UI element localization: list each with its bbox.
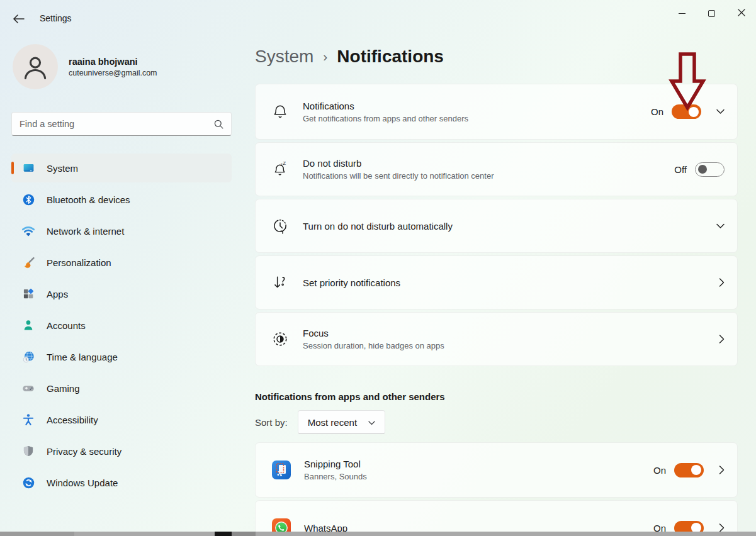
maximize-button[interactable] [697, 0, 726, 26]
search-box[interactable] [11, 112, 232, 136]
clock-auto-icon [271, 218, 289, 234]
search-icon[interactable] [214, 120, 223, 129]
breadcrumb-system-link[interactable]: System [255, 47, 313, 67]
taskbar-edge [0, 532, 756, 536]
card-do-not-disturb: zZ Do not disturb Notifications will be … [255, 142, 738, 196]
toggle-knob [689, 107, 699, 117]
wifi-icon [21, 224, 35, 238]
sidebar-item-label: Time & language [47, 352, 118, 362]
search-input[interactable] [12, 119, 214, 129]
card-title: Set priority notifications [303, 277, 704, 288]
breadcrumb-separator: › [323, 49, 327, 64]
chevron-down-icon[interactable] [716, 109, 725, 114]
sidebar-item-label: Gaming [47, 383, 80, 394]
back-button[interactable] [9, 10, 29, 28]
card-dnd-automatic[interactable]: Turn on do not disturb automatically [255, 199, 738, 253]
breadcrumb: System › Notifications [255, 47, 738, 67]
sidebar-item-label: Network & internet [47, 226, 124, 237]
sidebar-item-time-language[interactable]: Time & language [11, 342, 232, 371]
minimize-button[interactable] [667, 0, 697, 26]
card-title: Turn on do not disturb automatically [303, 221, 701, 232]
sidebar-item-system[interactable]: System [11, 154, 232, 182]
bell-snooze-icon: zZ [271, 161, 289, 177]
sidebar-item-label: Accounts [47, 320, 86, 331]
sidebar-item-network-internet[interactable]: Network & internet [11, 216, 232, 245]
sort-dropdown[interactable]: Most recent [298, 410, 385, 434]
chevron-down-icon[interactable] [716, 223, 725, 229]
card-desc: Notifications will be sent directly to n… [303, 171, 674, 181]
close-button[interactable] [726, 0, 756, 26]
chevron-right-icon[interactable] [719, 523, 725, 532]
sidebar-item-privacy-security[interactable]: Privacy & security [11, 437, 232, 466]
shield-icon [21, 444, 35, 458]
toggle-knob [691, 465, 701, 475]
sidebar-item-personalization[interactable]: Personalization [11, 248, 232, 277]
sort-row: Sort by: Most recent [255, 410, 738, 434]
notifications-toggle[interactable] [672, 104, 701, 119]
sidebar-item-label: Personalization [47, 257, 111, 268]
card-notifications[interactable]: Notifications Get notifications from app… [255, 84, 738, 140]
sidebar-item-accounts[interactable]: Accounts [11, 311, 232, 340]
chevron-right-icon[interactable] [719, 278, 725, 287]
sidebar-item-label: Privacy & security [47, 446, 121, 457]
app-row-whatsapp[interactable]: WhatsApp On [255, 500, 738, 536]
card-title: Notifications [303, 101, 651, 111]
card-desc: Get notifications from apps and other se… [303, 114, 651, 123]
minimize-icon [679, 13, 685, 14]
priority-icon [271, 274, 289, 291]
sidebar-nav: System Bluetooth & devices Network & int… [11, 154, 232, 500]
card-priority-notifications[interactable]: Set priority notifications [255, 255, 738, 310]
app-row-snipping-tool[interactable]: Snipping Tool Banners, Sounds On [255, 442, 738, 498]
chevron-right-icon[interactable] [719, 466, 725, 474]
avatar [13, 44, 58, 89]
card-focus[interactable]: Focus Session duration, hide badges on a… [255, 312, 738, 366]
chevron-right-icon[interactable] [719, 335, 725, 343]
bluetooth-icon [21, 193, 35, 206]
svg-text:Z: Z [283, 161, 286, 166]
window-controls [667, 0, 756, 26]
app-notification-list: Snipping Tool Banners, Sounds On WhatsAp… [255, 442, 738, 536]
sidebar-item-label: Windows Update [47, 477, 118, 488]
person-icon [21, 318, 35, 332]
do-not-disturb-toggle[interactable] [695, 162, 725, 177]
main-content: System › Notifications Notifications Get… [255, 30, 738, 536]
account-name: raaina bhojwani [69, 57, 157, 67]
sort-dropdown-value: Most recent [308, 417, 357, 428]
chevron-down-icon [368, 416, 375, 428]
toggle-state-label: Off [674, 164, 687, 175]
sidebar-item-label: Accessibility [47, 415, 98, 425]
focus-icon [271, 331, 289, 347]
toggle-state-label: On [653, 465, 666, 476]
account-header: raaina bhojwani cuteuniverse@gmail.com [13, 44, 157, 89]
titlebar: Settings [0, 0, 756, 30]
accessibility-icon [21, 413, 35, 427]
card-desc: Session duration, hide badges on apps [303, 341, 704, 350]
snipping-tool-icon [271, 460, 291, 480]
settings-cards: Notifications Get notifications from app… [255, 84, 738, 366]
sidebar-item-apps[interactable]: Apps [11, 279, 232, 308]
toggle-knob [698, 165, 707, 174]
app-name: Snipping Tool [304, 459, 653, 469]
account-email: cuteuniverse@gmail.com [69, 69, 157, 77]
sidebar-item-label: Bluetooth & devices [47, 194, 130, 205]
sort-by-label: Sort by: [255, 417, 288, 428]
sidebar: raaina bhojwani cuteuniverse@gmail.com S… [0, 30, 247, 532]
sidebar-item-accessibility[interactable]: Accessibility [11, 405, 232, 434]
close-icon [738, 9, 745, 18]
toggle-state-label: On [651, 106, 663, 117]
sidebar-item-windows-update[interactable]: Windows Update [11, 468, 232, 497]
avatar-person-icon [21, 53, 49, 81]
sidebar-item-bluetooth-devices[interactable]: Bluetooth & devices [11, 185, 232, 214]
apps-icon [21, 287, 35, 301]
snipping-tool-toggle[interactable] [674, 463, 704, 477]
sidebar-item-gaming[interactable]: Gaming [11, 374, 232, 403]
display-icon [21, 161, 35, 175]
gamepad-icon [21, 381, 35, 395]
card-title: Do not disturb [303, 158, 674, 169]
card-title: Focus [303, 328, 704, 338]
app-title: Settings [40, 13, 72, 23]
maximize-icon [708, 10, 715, 17]
apps-section-title: Notifications from apps and other sender… [255, 391, 738, 402]
page-title: Notifications [337, 47, 444, 67]
svg-text:z: z [281, 162, 283, 167]
